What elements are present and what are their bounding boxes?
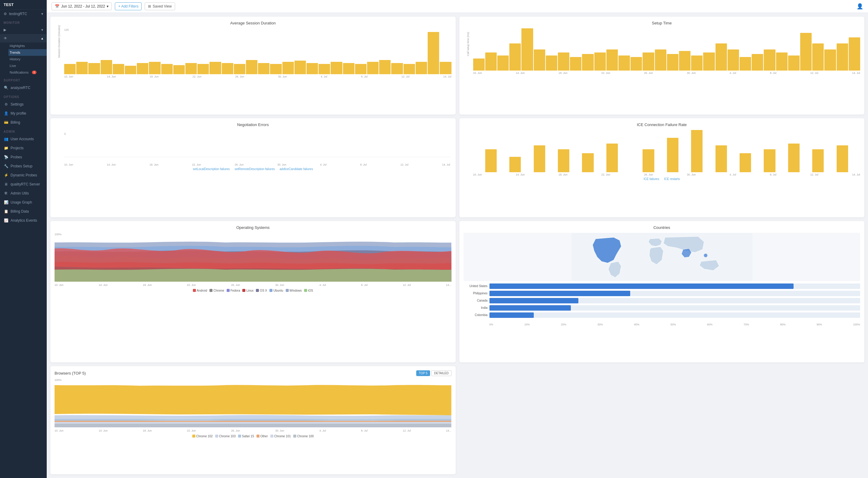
- set-remote-link[interactable]: setRemoteDescription failures: [235, 168, 275, 171]
- ice-restarts-link[interactable]: ICE restarts: [664, 177, 680, 181]
- avg-session-title: Average Session Duration: [55, 21, 452, 25]
- sidebar-item-probes-setup[interactable]: 🔧 Probes Setup: [0, 162, 47, 171]
- user-avatar-icon: 👤: [857, 3, 863, 9]
- browser-legend-label: Chrome 101: [274, 435, 291, 438]
- sidebar-item-usage-graph[interactable]: 📊 Usage Graph: [0, 198, 47, 207]
- probes-label: Probes: [10, 155, 22, 159]
- sidebar-item-myprofile[interactable]: 👤 My profile: [0, 109, 47, 118]
- setup-time-bars: [473, 28, 861, 70]
- project-header[interactable]: ⚙ testingRTC ▾: [0, 10, 47, 18]
- bar: [222, 63, 233, 74]
- saved-view-button[interactable]: ⊞ Saved View: [145, 2, 175, 10]
- browser-legend-item: Chrome 101: [270, 435, 291, 438]
- os-legend-item: iOS: [304, 289, 313, 292]
- os-legend-label: Chrome: [213, 289, 224, 292]
- sidebar-item-probes[interactable]: 📡 Probes: [0, 153, 47, 162]
- sidebar-item-analyzertc[interactable]: 🔍 analyzeRTC: [0, 83, 47, 92]
- bar: [546, 56, 557, 70]
- browsers-card: Browsers (TOP 5) TOP 5 DETAILED 100%: [50, 366, 456, 474]
- countries-title: Countries: [464, 225, 861, 230]
- add-filters-button[interactable]: + Add Filters: [115, 2, 142, 10]
- ice-failure-title: ICE Connection Failure Rate: [464, 122, 861, 127]
- sidebar-item-dynamic-probes[interactable]: ⚡ Dynamic Probes: [0, 171, 47, 180]
- os-area-chart: [55, 236, 452, 282]
- os-legend-label: OS X: [260, 289, 267, 292]
- live-label: Live: [10, 64, 16, 67]
- world-map: [464, 233, 861, 281]
- bar: [643, 149, 654, 172]
- browsers-title: Browsers (TOP 5): [55, 371, 86, 376]
- browser-legend-item: Safari 15: [238, 435, 254, 438]
- sidebar-item-live[interactable]: Live: [8, 62, 47, 69]
- sidebar-item-analytics-events[interactable]: 📈 Analytics Events: [0, 216, 47, 225]
- bar: [812, 149, 824, 172]
- date-range-button[interactable]: 📅 Jun 12, 2022 - Jul 12, 2022 ▾: [52, 2, 112, 10]
- monitor-section: MONITOR: [0, 18, 47, 26]
- sidebar-item-user-accounts[interactable]: 👥 User Accounts: [0, 135, 47, 144]
- set-local-link[interactable]: setLocalDescription failures: [193, 168, 230, 171]
- sidebar-item-settings[interactable]: ⚙ Settings: [0, 100, 47, 109]
- detailed-button[interactable]: DETAILED: [431, 370, 451, 376]
- country-bar-fill: [490, 305, 571, 310]
- sidebar-item-history[interactable]: History: [8, 56, 47, 62]
- bar: [473, 59, 485, 70]
- bar: [485, 149, 497, 172]
- main-content: 📅 Jun 12, 2022 - Jul 12, 2022 ▾ + Add Fi…: [47, 0, 868, 478]
- bar: [824, 50, 836, 70]
- app-name: TEST: [0, 0, 47, 10]
- browsers-legend: Chrome 102Chrome 103Safari 15OtherChrome…: [55, 435, 452, 438]
- bar: [101, 60, 112, 74]
- avg-session-bars: [64, 32, 452, 74]
- bar: [318, 64, 330, 74]
- uprtc-header[interactable]: ▶ ▾: [0, 26, 47, 34]
- bar: [509, 157, 521, 172]
- sidebar-item-billing[interactable]: 💳 Billing: [0, 118, 47, 127]
- browser-legend-label: Chrome 102: [196, 435, 213, 438]
- top5-button[interactable]: TOP 5: [416, 370, 430, 376]
- watchrtc-header[interactable]: 👁 ▴: [0, 34, 47, 42]
- ice-failures-link[interactable]: ICE failures: [644, 177, 659, 181]
- sidebar-item-projects[interactable]: 📁 Projects: [0, 144, 47, 153]
- bar: [197, 64, 209, 74]
- browsers-header: Browsers (TOP 5) TOP 5 DETAILED: [55, 370, 452, 376]
- browsers-y-max: 100%: [55, 379, 452, 382]
- sidebar-item-admin-utils[interactable]: 🛠 Admin Utils: [0, 189, 47, 198]
- options-section: OPTIONS: [0, 92, 47, 100]
- negotiation-errors-title: Negotiation Errors: [55, 122, 452, 127]
- os-legend-item: Linux: [242, 289, 253, 292]
- sidebar-item-billing-data[interactable]: 📋 Billing Data: [0, 207, 47, 216]
- billing-icon: 💳: [4, 120, 8, 125]
- settings-icon: ⚙: [4, 102, 8, 107]
- nego-legend: setLocalDescription failures setRemoteDe…: [55, 168, 452, 171]
- billing-data-label: Billing Data: [10, 209, 29, 213]
- bar: [534, 145, 545, 172]
- bar: [270, 64, 281, 74]
- bar: [534, 50, 545, 70]
- country-bar-fill: [490, 312, 534, 318]
- admin-utils-label: Admin Utils: [10, 191, 29, 196]
- sidebar-item-highlights[interactable]: Highlights: [8, 42, 47, 49]
- ice-failure-bars: [473, 130, 861, 172]
- myprofile-label: My profile: [10, 111, 26, 116]
- browser-legend-item: Chrome 100: [293, 435, 314, 438]
- bar: [655, 50, 666, 70]
- sidebar-item-qualityrtc[interactable]: 🖥 qualityRTC Server: [0, 180, 47, 189]
- ice-failure-card: ICE Connection Failure Rate 10. Jun14. J…: [459, 118, 865, 217]
- sidebar-item-trends[interactable]: Trends: [8, 49, 47, 56]
- os-legend-dot: [242, 289, 245, 292]
- setup-time-chart: Call setup time (ms) 10. Jun14. Jun18. J…: [464, 28, 861, 74]
- bar: [113, 64, 124, 74]
- usage-graph-label: Usage Graph: [10, 200, 32, 205]
- notifications-badge: 3: [32, 70, 36, 74]
- bar: [294, 61, 306, 74]
- bar: [570, 57, 581, 70]
- os-card: Operating Systems 100%: [50, 221, 456, 362]
- add-ice-link[interactable]: addIceCandidate failures: [280, 168, 313, 171]
- sidebar-item-notifications[interactable]: Notifications 3: [8, 69, 47, 76]
- bar: [703, 53, 715, 70]
- country-bar-bg: [490, 312, 861, 318]
- profile-icon: 👤: [4, 111, 8, 116]
- bar: [812, 43, 824, 70]
- bar: [428, 32, 439, 74]
- date-range-chevron-icon: ▾: [107, 4, 108, 8]
